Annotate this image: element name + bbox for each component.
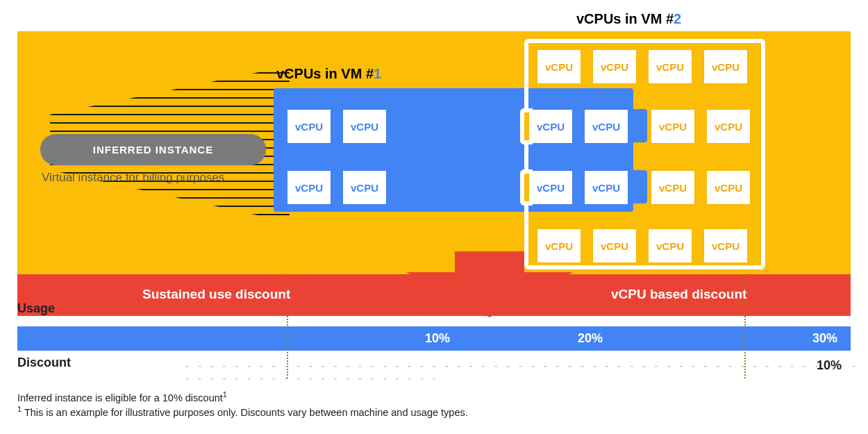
vm2-label-num: 2	[674, 11, 681, 26]
vcpu-tile: vCPU	[651, 171, 694, 204]
vm2-label-prefix: vCPUs in VM #	[576, 11, 674, 26]
discount-leader: - - - - - - - - - - - - - - - - - - - - …	[185, 360, 868, 385]
vcpu-tile: vCPU	[707, 110, 750, 143]
vcpu-tile: vCPU	[529, 110, 572, 143]
footnote-1-sup: 1	[223, 390, 227, 399]
sustained-use-label: Sustained use discount	[142, 287, 290, 302]
vcpu-tile: vCPU	[343, 110, 386, 143]
footnote-1-text: Inferred instance is eligible for a 10% …	[17, 392, 223, 403]
vcpu-tile: vCPU	[593, 50, 636, 83]
vcpu-tile: vCPU	[529, 171, 572, 204]
vm2-label: vCPUs in VM #2	[576, 11, 681, 27]
vcpu-tile: vCPU	[649, 229, 692, 262]
vcpu-tile: vCPU	[649, 50, 692, 83]
vcpu-discount-label: vCPU based discount	[611, 287, 746, 302]
usage-label: Usage	[17, 301, 55, 316]
pill-title: INFERRED INSTANCE	[93, 144, 213, 156]
vcpu-tile: vCPU	[707, 171, 750, 204]
vcpu-tile: vCPU	[704, 229, 747, 262]
vcpu-tile: vCPU	[585, 171, 628, 204]
vm1-label: vCPUs in VM #1	[276, 66, 381, 82]
vcpu-tile: vCPU	[704, 50, 747, 83]
vcpu-tile: vCPU	[287, 171, 331, 204]
discount-10: 10%	[817, 358, 842, 373]
vm1-label-num: 1	[374, 66, 381, 81]
vcpu-tile: vCPU	[651, 110, 694, 143]
vm1-label-prefix: vCPUs in VM #	[276, 66, 374, 81]
footnote-line-1: Inferred instance is eligible for a 10% …	[17, 390, 227, 403]
footnote-line-2: 1 This is an example for illustrative pu…	[17, 405, 468, 418]
pill-subtitle: Virtual instance for billing purposes	[42, 171, 224, 185]
usage-20: 20%	[578, 331, 603, 346]
vcpu-tile: vCPU	[537, 229, 581, 262]
vcpu-tile: vCPU	[593, 229, 636, 262]
vcpu-tile: vCPU	[537, 50, 581, 83]
vcpu-tile: vCPU	[585, 110, 628, 143]
inferred-instance-pill: INFERRED INSTANCE	[40, 134, 266, 165]
vcpu-tile: vCPU	[287, 110, 331, 143]
footnote-2-text: This is an example for illustrative purp…	[22, 407, 468, 418]
usage-10: 10%	[425, 331, 450, 346]
discount-label: Discount	[17, 356, 71, 370]
vcpu-tile: vCPU	[343, 171, 386, 204]
usage-30: 30%	[812, 331, 837, 346]
